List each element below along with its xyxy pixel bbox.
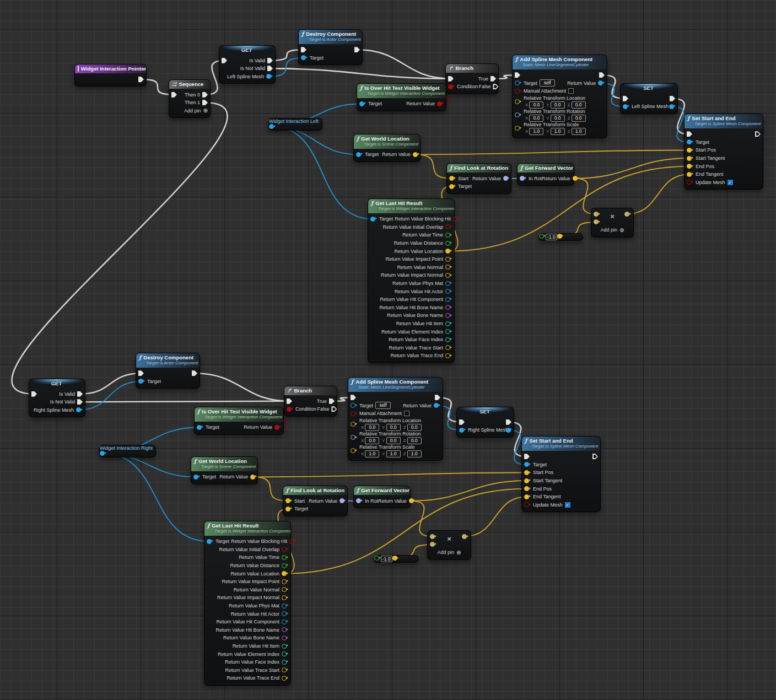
node-litr[interactable]: -1.0 xyxy=(374,555,419,563)
value-field[interactable]: 0.0 xyxy=(386,437,401,444)
value-field[interactable]: 1.0 xyxy=(365,450,379,457)
target-object-pin[interactable] xyxy=(197,425,202,430)
condition-bool-pin[interactable] xyxy=(448,84,453,89)
node-get-world-location[interactable]: ƒGet World LocationTarget is Scene Compo… xyxy=(353,134,421,162)
return-value-face-index-int-pin[interactable] xyxy=(282,660,287,665)
out-object-pin[interactable] xyxy=(269,124,274,129)
return-value-initial-overlap-bool-pin[interactable] xyxy=(445,224,450,229)
return-value-rot-pin[interactable] xyxy=(503,176,508,181)
return-value-time-float-pin[interactable] xyxy=(282,555,287,560)
in-exec-pin[interactable] xyxy=(524,454,530,459)
value-field[interactable]: 0.0 xyxy=(407,437,422,444)
return-value-phys-mat-object-pin[interactable] xyxy=(282,604,287,609)
node-get-forward-vector[interactable]: ƒGet Forward VectorIn RotReturn Value xyxy=(517,163,574,186)
node-get-last-hit-result[interactable]: ƒGet Last Hit ResultTarget is Widget Int… xyxy=(368,198,455,363)
return-value-hit-item-int-pin[interactable] xyxy=(445,321,450,326)
node-set[interactable]: SETLeft Spline Mesh xyxy=(620,83,678,114)
start-vec-pin[interactable] xyxy=(449,176,454,181)
node-header[interactable]: ƒIs Over Hit Test Visible WidgetTarget i… xyxy=(195,407,283,422)
node-header[interactable]: ƒGet Last Hit ResultTarget is Widget Int… xyxy=(204,521,290,536)
node-header[interactable]: GET xyxy=(29,379,85,388)
node-litl[interactable]: -1.0 xyxy=(538,233,583,241)
out-exec-pin[interactable] xyxy=(354,47,360,52)
node-get[interactable]: GETIs ValidIs Not ValidLeft Spline Mesh xyxy=(219,45,276,84)
node-header[interactable]: ƒFind Look at Rotation xyxy=(283,486,347,495)
node-header[interactable]: ƒIs Over Hit Test Visible WidgetTarget i… xyxy=(357,84,446,98)
checkbox[interactable] xyxy=(404,411,409,416)
value-field[interactable]: 0.0 xyxy=(365,424,379,431)
return-value-hit-actor-object-pin[interactable] xyxy=(282,611,287,616)
value-field[interactable]: 0.0 xyxy=(365,437,379,444)
in-float-pin[interactable] xyxy=(374,556,379,561)
checkbox-checked[interactable]: ✓ xyxy=(565,502,570,508)
out-vec-pin[interactable] xyxy=(392,556,397,561)
node-header[interactable]: ⇉Sequence xyxy=(169,80,210,89)
return-value-hit-actor-object-pin[interactable] xyxy=(445,289,450,294)
node-add-spline-mesh-component[interactable]: ƒAdd Spline Mesh ComponentStatic Mesh Li… xyxy=(512,55,607,138)
out-exec-pin[interactable] xyxy=(599,72,605,78)
out-vec-pin[interactable] xyxy=(624,212,629,217)
out-object-pin[interactable] xyxy=(506,428,511,433)
out-exec-pin[interactable] xyxy=(670,96,675,101)
self-box[interactable]: self xyxy=(540,79,555,87)
in-exec-pin[interactable] xyxy=(448,76,454,82)
self-box[interactable]: self xyxy=(375,402,391,409)
true-exec-pin[interactable] xyxy=(329,399,335,404)
end-tangent-vec-pin[interactable] xyxy=(687,172,692,177)
return-value-initial-overlap-bool-pin[interactable] xyxy=(282,547,287,552)
return-value-impact-point-vec-pin[interactable] xyxy=(282,579,287,584)
in-rot-rot-pin[interactable] xyxy=(356,498,361,503)
wire-exec[interactable] xyxy=(80,373,141,394)
in-rot-pin[interactable] xyxy=(515,112,520,117)
return-value-impact-point-vec-pin[interactable] xyxy=(445,257,450,262)
checkbox-checked[interactable]: ✓ xyxy=(728,180,733,185)
end-pos-vec-pin[interactable] xyxy=(687,164,692,169)
return-value-hit-component-object-pin[interactable] xyxy=(445,297,450,302)
condition-bool-pin[interactable] xyxy=(287,407,292,412)
value-field[interactable]: 1.0 xyxy=(529,128,543,135)
node-wir[interactable]: Widget Interaction Right xyxy=(99,445,156,457)
return-value-element-index-int-pin[interactable] xyxy=(445,329,450,334)
wire-vec[interactable] xyxy=(253,472,527,477)
in-exec-pin[interactable] xyxy=(351,395,356,400)
node-mulr[interactable]: Add pin⊕× xyxy=(427,530,471,560)
node-sequence[interactable]: ⇉SequenceThen 0Then 1Add pin⊕ xyxy=(169,79,211,118)
return-value-distance-float-pin[interactable] xyxy=(445,241,450,246)
node-header[interactable]: ƒDestroy ComponentTarget is Actor Compon… xyxy=(299,30,362,44)
in-exec-pin[interactable] xyxy=(623,96,628,101)
out-object-pin[interactable] xyxy=(100,451,105,456)
wire-exec[interactable] xyxy=(80,401,289,402)
node-is-over-hit-test-visible-widget[interactable]: ƒIs Over Hit Test Visible WidgetTarget i… xyxy=(194,407,284,435)
left-spline-mesh-object-pin[interactable] xyxy=(623,104,628,109)
right-spline-mesh-object-pin[interactable] xyxy=(459,428,464,433)
return-value-blocking-hit-bool-pin[interactable] xyxy=(289,539,294,544)
wire-vec[interactable] xyxy=(627,174,689,214)
start-tangent-vec-pin[interactable] xyxy=(524,478,529,483)
left-spline-mesh-object-pin[interactable] xyxy=(266,74,271,79)
node-header[interactable]: SET xyxy=(457,407,514,416)
node-branch[interactable]: ↱BranchTrueConditionFalse xyxy=(445,63,499,94)
node-get-forward-vector[interactable]: ƒGet Forward VectorIn RotReturn Value xyxy=(353,486,411,508)
is-valid-exec-pin[interactable] xyxy=(267,58,273,63)
in-vec-pin[interactable] xyxy=(430,542,435,547)
add-pin-button[interactable]: Add pin⊕ xyxy=(184,107,208,114)
wire-vec[interactable] xyxy=(416,150,689,154)
value-field[interactable]: 0.0 xyxy=(572,115,586,122)
node-header[interactable]: ƒDestroy ComponentTarget is Actor Compon… xyxy=(136,353,200,368)
target-object-pin[interactable] xyxy=(687,139,692,144)
in-float-pin[interactable] xyxy=(539,234,544,239)
in-vec-pin[interactable] xyxy=(594,212,599,217)
value-field[interactable]: 0.0 xyxy=(529,101,543,109)
target-object-pin[interactable] xyxy=(351,403,355,408)
end-pos-vec-pin[interactable] xyxy=(524,486,529,491)
node-header[interactable]: ƒGet World LocationTarget is Scene Compo… xyxy=(191,457,257,471)
return-value-hit-bone-name-name-pin[interactable] xyxy=(445,305,450,310)
return-value-vec-pin[interactable] xyxy=(409,498,414,503)
wire-exec[interactable] xyxy=(12,103,227,394)
return-value-impact-normal-vec-pin[interactable] xyxy=(282,595,287,600)
in-vec-pin[interactable] xyxy=(351,448,355,453)
node-get-world-location[interactable]: ƒGet World LocationTarget is Scene Compo… xyxy=(191,456,258,484)
out-exec-pin[interactable] xyxy=(592,454,598,459)
out-vec-pin[interactable] xyxy=(462,534,467,539)
return-value-blocking-hit-bool-pin[interactable] xyxy=(453,217,458,222)
